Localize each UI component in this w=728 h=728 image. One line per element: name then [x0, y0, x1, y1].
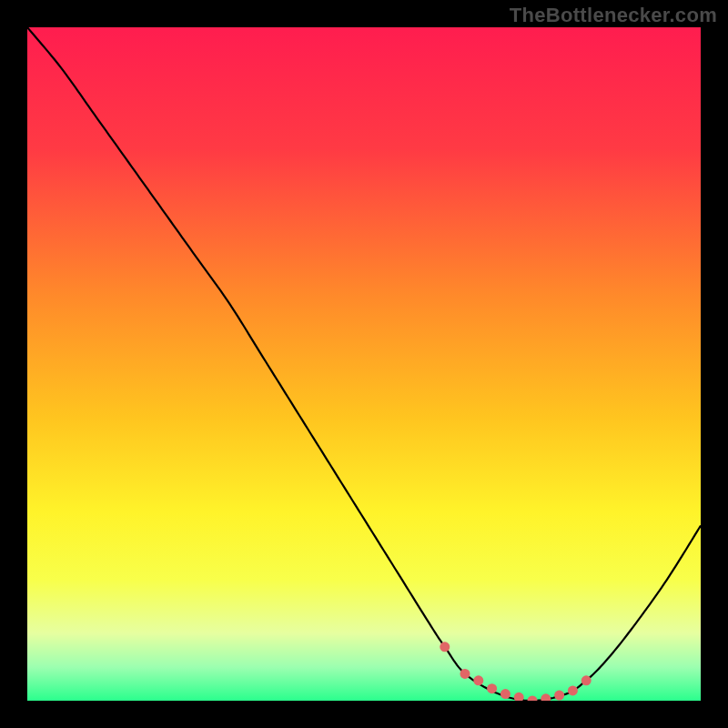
- marker-dot: [554, 691, 564, 701]
- marker-dot: [460, 669, 470, 679]
- attribution-label: TheBottlenecker.com: [510, 4, 717, 27]
- marker-dot: [500, 689, 511, 699]
- marker-dot: [581, 675, 592, 685]
- plot-area: [27, 27, 701, 701]
- chart-svg: [27, 27, 701, 701]
- marker-dot: [487, 683, 497, 693]
- chart-container: TheBottlenecker.com: [0, 0, 728, 728]
- gradient-background: [27, 27, 701, 701]
- marker-dot: [440, 642, 450, 652]
- marker-dot: [473, 675, 483, 685]
- marker-dot: [568, 685, 578, 695]
